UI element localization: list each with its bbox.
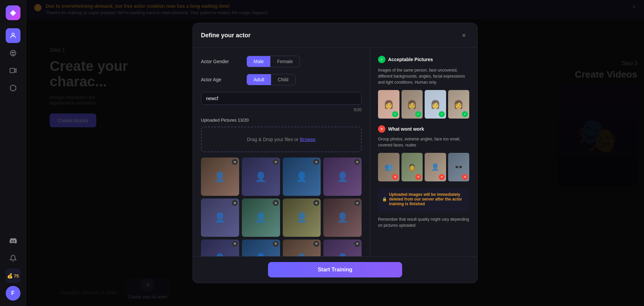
- age-label: Actor Age: [201, 77, 241, 82]
- main-content: ⚠ Due to overwhelming demand, our free a…: [26, 0, 644, 306]
- thumb-remove-2[interactable]: ✕: [273, 159, 279, 165]
- sidebar-item-package[interactable]: [6, 81, 20, 95]
- image-thumb-1: 👤 ✕: [201, 158, 239, 196]
- image-thumb-7: 👤 ✕: [283, 199, 321, 237]
- modal-header: Define your actor ×: [193, 23, 477, 48]
- gender-male-button[interactable]: Male: [247, 56, 270, 67]
- coins-count: 75: [14, 273, 19, 278]
- start-training-button[interactable]: Start Training: [268, 262, 402, 277]
- gender-female-button[interactable]: Female: [270, 56, 300, 67]
- good-check-2: ✓: [415, 111, 421, 117]
- bad-example-4: 🕶️ ✕: [448, 153, 470, 181]
- svg-rect-4: [10, 69, 14, 73]
- svg-point-1: [10, 50, 16, 56]
- what-wont-x-icon: ✕: [378, 125, 385, 133]
- bad-x-4: ✕: [462, 174, 468, 180]
- modal-title: Define your actor: [201, 32, 251, 39]
- svg-point-0: [12, 33, 14, 36]
- sidebar-item-discord[interactable]: [6, 233, 20, 248]
- image-thumb-9: 👤 ✕: [201, 239, 239, 256]
- age-child-button[interactable]: Child: [271, 74, 295, 85]
- acceptable-title: Acceptable Pictures: [388, 57, 433, 62]
- quality-notice: Remember that result quality might vary …: [378, 216, 469, 228]
- good-example-3: 👩 ✓: [425, 90, 446, 119]
- image-thumb-10: 👤 ✕: [242, 239, 280, 256]
- thumb-remove-9[interactable]: ✕: [232, 241, 238, 247]
- char-count: 5/20: [201, 107, 362, 112]
- privacy-notice: 🔒 Uploaded images will be immediately de…: [378, 188, 469, 212]
- drop-zone-text: Drag & Drop your files or: [247, 137, 300, 142]
- browse-link[interactable]: Browse: [300, 137, 316, 142]
- sidebar-item-actor[interactable]: [6, 28, 20, 43]
- bad-examples-grid: 👥 ✕ 🙍 ✕ 👤 ✕ 🕶️ ✕: [378, 153, 469, 181]
- good-example-4: 👩 ✓: [448, 90, 470, 119]
- thumb-remove-5[interactable]: ✕: [232, 200, 238, 206]
- gender-field: Actor Gender Male Female: [201, 56, 362, 67]
- modal-right-panel: ✓ Acceptable Pictures Images of the same…: [370, 48, 477, 256]
- image-thumb-6: 👤 ✕: [242, 199, 280, 237]
- gender-label: Actor Gender: [201, 59, 241, 64]
- privacy-title: 🔒 Uploaded images will be immediately de…: [382, 192, 465, 206]
- upload-count-label: Uploaded Pictures 13/20: [201, 118, 362, 123]
- modal-body: Actor Gender Male Female Actor Age Adult…: [193, 48, 477, 256]
- modal-overlay[interactable]: Define your actor × Actor Gender Male Fe…: [26, 0, 644, 306]
- thumb-remove-10[interactable]: ✕: [273, 241, 279, 247]
- sidebar-item-video[interactable]: [6, 63, 20, 78]
- thumb-remove-1[interactable]: ✕: [232, 159, 238, 165]
- modal-close-button[interactable]: ×: [459, 30, 469, 41]
- good-check-3: ✓: [439, 111, 445, 117]
- coins-badge[interactable]: 💰 75: [6, 268, 20, 283]
- define-actor-modal: Define your actor × Actor Gender Male Fe…: [193, 23, 478, 283]
- image-thumb-4: 👤 ✕: [323, 158, 362, 196]
- what-wont-title: What wont work: [388, 126, 424, 132]
- bad-example-1: 👥 ✕: [378, 153, 399, 181]
- bad-x-1: ✕: [392, 174, 398, 180]
- good-check-4: ✓: [462, 111, 468, 117]
- good-check-1: ✓: [392, 111, 398, 117]
- thumb-remove-12[interactable]: ✕: [354, 241, 360, 247]
- what-wont-header: ✕ What wont work: [378, 125, 469, 133]
- thumb-remove-8[interactable]: ✕: [354, 200, 360, 206]
- bad-x-2: ✕: [415, 174, 421, 180]
- age-toggle-group: Adult Child: [247, 74, 296, 85]
- bad-x-3: ✕: [439, 174, 445, 180]
- image-thumb-2: 👤 ✕: [242, 158, 280, 196]
- what-wont-desc: Group photos, extreme angles, face too s…: [378, 136, 469, 148]
- svg-point-2: [11, 52, 12, 53]
- bad-example-3: 👤 ✕: [425, 153, 446, 181]
- age-adult-button[interactable]: Adult: [247, 74, 271, 85]
- thumb-remove-6[interactable]: ✕: [273, 200, 279, 206]
- bad-example-2: 🙍 ✕: [401, 153, 423, 181]
- image-thumb-5: 👤 ✕: [201, 199, 239, 237]
- app-logo[interactable]: ◈: [6, 5, 20, 20]
- age-field: Actor Age Adult Child: [201, 74, 362, 85]
- acceptable-header: ✓ Acceptable Pictures: [378, 56, 469, 63]
- acceptable-desc: Images of the same person, face uncovere…: [378, 67, 469, 85]
- svg-point-3: [13, 52, 14, 53]
- good-example-1: 👩 ✓: [378, 90, 399, 119]
- thumb-remove-11[interactable]: ✕: [313, 241, 319, 247]
- sidebar-item-notifications[interactable]: [6, 251, 20, 266]
- image-thumb-8: 👤 ✕: [323, 199, 362, 237]
- modal-footer: Start Training: [193, 256, 477, 283]
- image-thumb-11: 👤 ✕: [283, 239, 321, 256]
- actor-name-input[interactable]: [201, 92, 362, 105]
- good-examples-grid: 👩 ✓ 👩 ✓ 👩 ✓ 👩 ✓: [378, 90, 469, 119]
- sidebar: ◈ 💰 75 F: [0, 0, 26, 306]
- acceptable-check-icon: ✓: [378, 56, 385, 63]
- sidebar-item-face[interactable]: [6, 46, 20, 60]
- user-avatar[interactable]: F: [6, 286, 20, 301]
- uploaded-images-grid: 👤 ✕ 👤 ✕ 👤 ✕ 👤 ✕: [201, 158, 362, 256]
- modal-left-panel: Actor Gender Male Female Actor Age Adult…: [193, 48, 370, 256]
- gender-toggle-group: Male Female: [247, 56, 300, 67]
- image-thumb-12: 👤 ✕: [323, 239, 362, 256]
- drop-zone[interactable]: Drag & Drop your files or Browse: [201, 127, 362, 152]
- good-example-2: 👩 ✓: [401, 90, 423, 119]
- lock-icon: 🔒: [382, 197, 387, 202]
- image-thumb-3: 👤 ✕: [283, 158, 321, 196]
- user-initial: F: [11, 290, 15, 296]
